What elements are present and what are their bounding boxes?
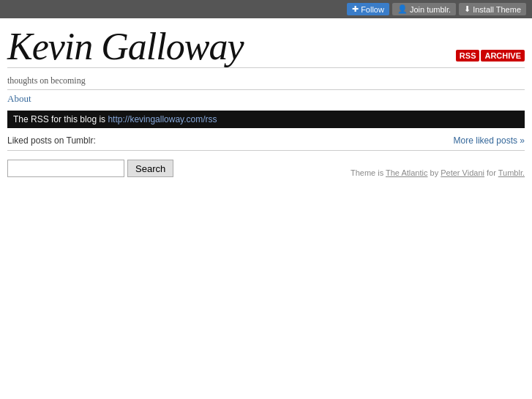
site-nav: About xyxy=(7,90,525,108)
liked-posts-label: Liked posts on Tumblr: xyxy=(7,135,96,146)
top-bar: ✚ Follow 👤 Join tumblr. ⬇ Install Theme xyxy=(0,0,532,18)
rss-text-prefix: The RSS for this blog is xyxy=(13,114,108,124)
theme-for-text: for xyxy=(484,168,498,177)
theme-platform-link[interactable]: Tumblr. xyxy=(498,168,525,177)
install-icon: ⬇ xyxy=(464,4,471,14)
install-label: Install Theme xyxy=(473,5,521,14)
theme-by-text: by xyxy=(428,168,441,177)
liked-posts-header: Liked posts on Tumblr: More liked posts … xyxy=(7,128,525,151)
header-links: RSS ARCHIVE xyxy=(456,50,525,67)
person-icon: 👤 xyxy=(397,4,408,14)
theme-author-link[interactable]: Peter Vidani xyxy=(441,168,484,177)
follow-label: Follow xyxy=(361,5,384,14)
site-header: Kevin Galloway RSS ARCHIVE xyxy=(7,18,525,68)
search-input[interactable] xyxy=(7,160,124,177)
site-title: Kevin Galloway xyxy=(7,26,244,67)
search-button[interactable]: Search xyxy=(127,160,173,177)
follow-button[interactable]: ✚ Follow xyxy=(347,3,389,15)
archive-badge[interactable]: ARCHIVE xyxy=(481,50,525,61)
about-link[interactable]: About xyxy=(7,93,31,104)
more-liked-link[interactable]: More liked posts » xyxy=(454,135,525,146)
rss-badge[interactable]: RSS xyxy=(456,50,480,61)
theme-prefix: Theme is xyxy=(351,168,386,177)
rss-bar: The RSS for this blog is http://kevingal… xyxy=(7,111,525,128)
install-theme-button[interactable]: ⬇ Install Theme xyxy=(459,3,526,15)
join-label: Join tumblr. xyxy=(410,5,451,14)
join-button[interactable]: 👤 Join tumblr. xyxy=(392,3,456,15)
tagline: thoughts on becoming xyxy=(7,71,525,90)
plus-icon: ✚ xyxy=(352,4,359,14)
main-content: Kevin Galloway RSS ARCHIVE thoughts on b… xyxy=(0,18,532,184)
rss-url-link[interactable]: http://kevingalloway.com/rss xyxy=(108,114,217,124)
theme-name-link[interactable]: The Atlantic xyxy=(386,168,427,177)
